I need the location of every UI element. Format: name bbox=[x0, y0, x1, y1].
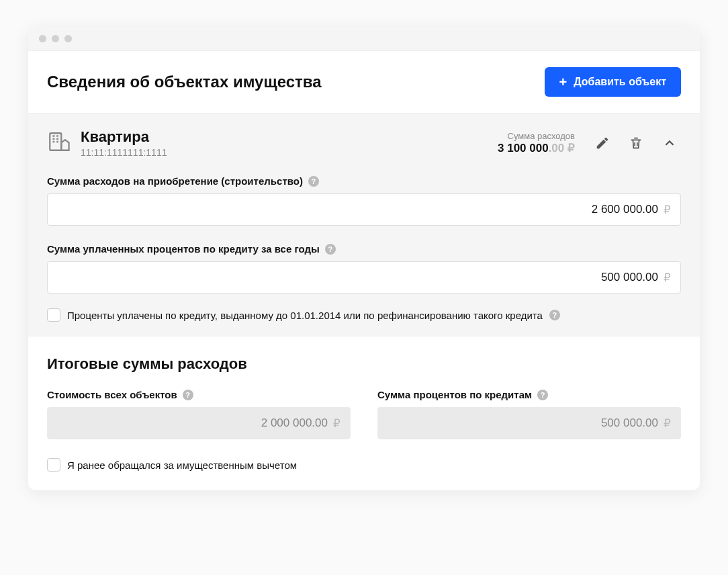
help-icon[interactable]: ? bbox=[537, 390, 548, 400]
object-sum-label: Сумма расходов bbox=[498, 131, 575, 141]
interest-paid-input-wrapper[interactable]: ₽ bbox=[47, 261, 681, 294]
total-objects-cost-label: Стоимость всех объектов ? bbox=[47, 389, 351, 400]
interest-paid-input[interactable] bbox=[57, 271, 658, 284]
object-sum-block: Сумма расходов 3 100 000.00 ₽ bbox=[498, 131, 575, 155]
totals-grid: Стоимость всех объектов ? ₽ Сумма процен… bbox=[47, 389, 681, 439]
object-header: Квартира 11:11:1111111:1111 Сумма расход… bbox=[47, 128, 681, 158]
currency-symbol: ₽ bbox=[664, 203, 671, 217]
pre-2014-credit-label: Проценты уплачены по кредиту, выданному … bbox=[67, 310, 543, 321]
window-control-minimize[interactable] bbox=[52, 35, 59, 42]
svg-rect-0 bbox=[50, 133, 61, 150]
acquisition-cost-input-wrapper[interactable]: ₽ bbox=[47, 193, 681, 226]
help-icon[interactable]: ? bbox=[183, 390, 193, 400]
currency-symbol: ₽ bbox=[333, 416, 340, 431]
window-control-close[interactable] bbox=[39, 35, 46, 42]
currency-symbol: ₽ bbox=[664, 271, 671, 285]
delete-button[interactable] bbox=[625, 132, 647, 154]
object-title-block: Квартира 11:11:1111111:1111 bbox=[81, 128, 487, 158]
trash-icon bbox=[629, 136, 643, 150]
acquisition-cost-field: Сумма расходов на приобретение (строител… bbox=[47, 175, 681, 226]
help-icon[interactable]: ? bbox=[325, 244, 336, 255]
object-subtitle: 11:11:1111111:1111 bbox=[81, 147, 487, 158]
edit-button[interactable] bbox=[591, 132, 614, 154]
interest-paid-label: Сумма уплаченных процентов по кредиту за… bbox=[47, 243, 681, 255]
total-interest-col: Сумма процентов по кредитам ? ₽ bbox=[377, 389, 681, 439]
prior-deduction-label: Я ранее обращался за имущественным вычет… bbox=[67, 459, 297, 471]
pre-2014-credit-checkbox[interactable] bbox=[47, 308, 60, 322]
object-title: Квартира bbox=[81, 128, 487, 146]
total-objects-cost-wrapper: ₽ bbox=[47, 407, 351, 439]
pencil-icon bbox=[595, 136, 610, 150]
totals-title: Итоговые суммы расходов bbox=[47, 355, 681, 373]
plus-icon: + bbox=[559, 75, 567, 89]
app-window: Сведения об объектах имущества + Добавит… bbox=[28, 27, 700, 490]
object-card: Квартира 11:11:1111111:1111 Сумма расход… bbox=[28, 114, 700, 337]
building-icon bbox=[47, 130, 70, 156]
total-interest-label: Сумма процентов по кредитам ? bbox=[377, 389, 681, 400]
object-sum-value: 3 100 000.00 ₽ bbox=[498, 141, 575, 155]
prior-deduction-row: Я ранее обращался за имущественным вычет… bbox=[47, 458, 681, 472]
help-icon[interactable]: ? bbox=[308, 176, 319, 187]
currency-symbol: ₽ bbox=[664, 416, 671, 431]
total-interest-wrapper: ₽ bbox=[377, 407, 681, 439]
window-control-maximize[interactable] bbox=[64, 35, 72, 42]
total-objects-cost-col: Стоимость всех объектов ? ₽ bbox=[47, 389, 351, 439]
pre-2014-credit-row: Проценты уплачены по кредиту, выданному … bbox=[47, 308, 681, 322]
interest-paid-field: Сумма уплаченных процентов по кредиту за… bbox=[47, 243, 681, 294]
help-icon[interactable]: ? bbox=[549, 310, 560, 320]
acquisition-cost-input[interactable] bbox=[57, 203, 658, 216]
page-title: Сведения об объектах имущества bbox=[47, 73, 322, 91]
totals-section: Итоговые суммы расходов Стоимость всех о… bbox=[28, 337, 700, 490]
page-header: Сведения об объектах имущества + Добавит… bbox=[28, 51, 700, 114]
chevron-up-icon bbox=[662, 136, 677, 150]
prior-deduction-checkbox[interactable] bbox=[47, 458, 60, 472]
acquisition-cost-label: Сумма расходов на приобретение (строител… bbox=[47, 175, 681, 187]
add-object-label: Добавить объект bbox=[574, 76, 666, 88]
window-titlebar bbox=[28, 27, 700, 51]
total-objects-cost-value bbox=[57, 416, 328, 430]
add-object-button[interactable]: + Добавить объект bbox=[545, 67, 681, 97]
total-interest-value bbox=[388, 416, 658, 430]
collapse-toggle[interactable] bbox=[658, 132, 681, 154]
